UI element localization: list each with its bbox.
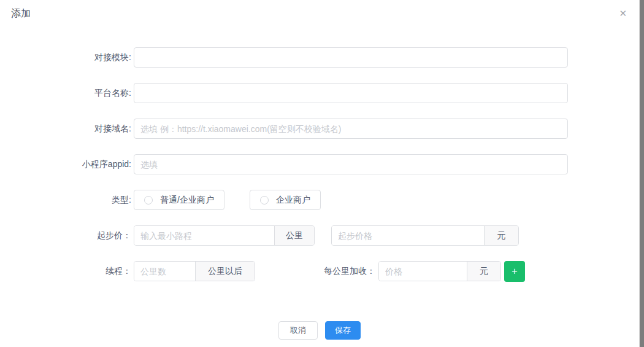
close-icon[interactable]: ✕ <box>618 6 628 21</box>
form-row-type: 类型: 普通/企业商户 企业商户 <box>0 190 644 210</box>
appid-input[interactable] <box>134 154 568 174</box>
base-price-group: 元 <box>331 225 519 246</box>
type-label: 类型: <box>0 190 134 210</box>
form-row-base-price: 起步价： 公里 元 <box>0 225 644 246</box>
renewal-label: 续程： <box>0 261 134 281</box>
form-row-platform-name: 平台名称: <box>0 83 644 103</box>
form-row-renewal: 续程： 公里以后 每公里加收： 元 + <box>0 261 644 281</box>
dialog-title: 添加 <box>11 7 31 20</box>
renewal-km-group: 公里以后 <box>134 261 255 281</box>
cancel-button[interactable]: 取消 <box>278 321 318 340</box>
per-km-price-group: 元 <box>378 261 501 281</box>
min-distance-input[interactable] <box>134 226 274 245</box>
km-after-suffix: 公里以后 <box>195 262 255 281</box>
base-price-input[interactable] <box>332 226 484 245</box>
form-row-appid: 小程序appid: <box>0 154 644 174</box>
radio-icon[interactable] <box>144 196 153 205</box>
per-km-unit-suffix: 元 <box>467 262 500 281</box>
radio-icon[interactable] <box>260 196 269 205</box>
dialog-footer: 取消 保存 <box>0 321 639 340</box>
add-form: 对接模块: 平台名称: 对接域名: 小程序appid: 类型: 普通/企业商户 … <box>0 47 644 297</box>
domain-input[interactable] <box>134 119 568 139</box>
platform-name-input[interactable] <box>134 83 568 103</box>
add-tier-button[interactable]: + <box>504 261 525 282</box>
type-option-enterprise[interactable]: 企业商户 <box>250 190 321 210</box>
save-button[interactable]: 保存 <box>325 321 361 340</box>
type-option-label: 企业商户 <box>276 195 310 206</box>
domain-label: 对接域名: <box>0 119 134 139</box>
per-km-label: 每公里加收： <box>324 261 375 281</box>
price-unit-suffix: 元 <box>484 226 518 245</box>
type-option-normal-enterprise[interactable]: 普通/企业商户 <box>134 190 224 210</box>
type-option-label: 普通/企业商户 <box>160 195 214 206</box>
form-row-domain: 对接域名: <box>0 119 644 139</box>
renewal-km-input[interactable] <box>134 262 195 281</box>
distance-unit-suffix: 公里 <box>274 226 314 245</box>
scrollbar[interactable] <box>639 0 644 347</box>
module-input[interactable] <box>134 47 568 68</box>
platform-name-label: 平台名称: <box>0 83 134 103</box>
add-dialog: 添加 ✕ 对接模块: 平台名称: 对接域名: 小程序appid: 类型: 普通/… <box>0 0 644 347</box>
form-row-module: 对接模块: <box>0 47 644 68</box>
appid-label: 小程序appid: <box>0 154 134 174</box>
per-km-price-input[interactable] <box>379 262 467 281</box>
min-distance-group: 公里 <box>134 225 315 246</box>
base-price-label: 起步价： <box>0 225 134 246</box>
module-label: 对接模块: <box>0 47 134 68</box>
